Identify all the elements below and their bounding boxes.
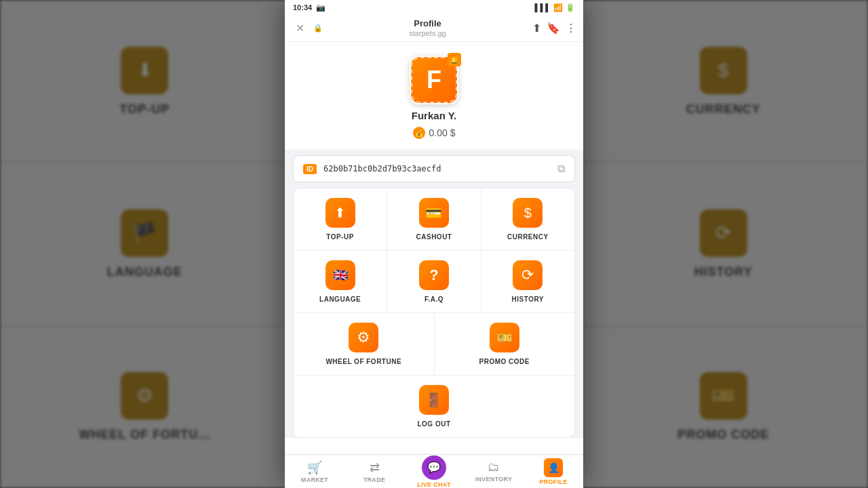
balance-currency: $ — [450, 127, 456, 138]
browser-actions: ⬆ 🔖 ⋮ — [532, 22, 576, 35]
bg-language-label: LANGUAGE — [107, 265, 182, 279]
time-display: 10:34 — [293, 3, 312, 12]
profile-content: F 🔔 Furkan Y. 💰 0.00 $ ID 62b0b71bc0b2d7… — [285, 42, 583, 488]
wheel-label: WHEEL OF FORTUNE — [326, 358, 401, 365]
wifi-icon: 📶 — [553, 3, 563, 12]
live-chat-icon: 💬 — [422, 455, 446, 480]
faq-icon: ? — [419, 260, 449, 290]
history-icon: ⟳ — [513, 260, 542, 290]
menu-item-cashout[interactable]: 💳 CASHOUT — [387, 188, 481, 250]
language-label: LANGUAGE — [319, 296, 361, 303]
bg-wheel-icon: ⚙ — [121, 372, 168, 420]
bg-cell-currency: $ CURRENCY — [578, 0, 868, 163]
bookmark-button[interactable]: 🔖 — [547, 22, 560, 35]
bg-cell-history: ⟳ HISTORY — [578, 163, 868, 325]
history-label: HISTORY — [512, 296, 544, 303]
menu-row-4: 🚪 LOG OUT — [294, 375, 574, 437]
bg-cell-promo: 🎫 PROMO CODE — [578, 325, 868, 488]
currency-label: CURRENCY — [507, 233, 549, 241]
menu-item-topup[interactable]: ⬆ TOP-UP — [294, 188, 387, 250]
nav-market[interactable]: 🛒 MARKET — [285, 455, 344, 488]
browser-close-button[interactable]: ✕ — [292, 20, 308, 37]
share-button[interactable]: ⬆ — [532, 22, 541, 35]
avatar-container: F 🔔 — [410, 56, 458, 104]
bg-currency-icon: $ — [700, 47, 747, 94]
logout-label: LOG OUT — [417, 420, 450, 428]
bg-promo-label: PROMO CODE — [677, 428, 769, 442]
topup-label: TOP-UP — [326, 233, 354, 241]
browser-title: Profile — [328, 18, 527, 28]
menu-grid: ⬆ TOP-UP 💳 CASHOUT $ CURRENCY 🇬🇧 LANGUAG… — [293, 188, 575, 438]
bottom-navigation: 🛒 MARKET ⇄ TRADE 💬 LIVE CHAT 🗂 INVENTORY… — [285, 454, 583, 488]
nav-live-chat[interactable]: 💬 LIVE CHAT — [404, 455, 464, 488]
bg-wheel-label: WHEEL OF FORTU... — [79, 428, 210, 442]
promo-icon: 🎫 — [490, 323, 519, 352]
battery-icon: 🔋 — [566, 3, 575, 12]
profile-nav-label: PROFILE — [539, 479, 567, 485]
id-badge: ID — [303, 164, 317, 174]
language-icon: 🇬🇧 — [326, 260, 355, 290]
menu-item-language[interactable]: 🇬🇧 LANGUAGE — [294, 251, 387, 312]
bg-topup-icon: ⬇ — [121, 47, 168, 94]
menu-row-2: 🇬🇧 LANGUAGE ? F.A.Q ⟳ HISTORY — [294, 251, 574, 313]
profile-nav-icon: 👤 — [544, 458, 563, 477]
bg-topup-label: TOP-UP — [119, 102, 170, 117]
user-id-text: 62b0b71bc0b2d7b93c3aecfd — [323, 164, 551, 174]
live-chat-label: LIVE CHAT — [417, 481, 451, 488]
browser-bar: ✕ 🔒 Profile starpets.gg ⬆ 🔖 ⋮ — [285, 15, 583, 42]
status-bar: 10:34 📷 ▌▌▌ 📶 🔋 — [285, 0, 583, 15]
topup-icon: ⬆ — [326, 198, 355, 228]
status-time: 10:34 📷 — [293, 3, 326, 12]
menu-row-1: ⬆ TOP-UP 💳 CASHOUT $ CURRENCY — [294, 188, 574, 251]
status-indicators: ▌▌▌ 📶 🔋 — [535, 3, 575, 12]
camera-icon: 📷 — [316, 3, 326, 12]
notification-badge: 🔔 — [448, 53, 461, 66]
menu-item-currency[interactable]: $ CURRENCY — [481, 188, 574, 250]
promo-label: PROMO CODE — [479, 358, 530, 365]
bg-history-label: HISTORY — [694, 265, 753, 279]
browser-url-display: Profile starpets.gg — [328, 18, 527, 38]
bg-cell-language: 🏴 LANGUAGE — [0, 163, 290, 325]
trade-label: TRADE — [363, 476, 386, 483]
nav-trade[interactable]: ⇄ TRADE — [344, 455, 404, 488]
menu-item-promo[interactable]: 🎫 PROMO CODE — [435, 313, 575, 375]
bg-language-icon: 🏴 — [121, 209, 168, 257]
currency-icon: $ — [513, 198, 542, 228]
menu-item-wheel[interactable]: ⚙ WHEEL OF FORTUNE — [294, 313, 435, 375]
cashout-icon: 💳 — [419, 198, 449, 228]
balance-icon: 💰 — [413, 127, 425, 139]
trade-icon: ⇄ — [370, 460, 380, 475]
nav-inventory[interactable]: 🗂 INVENTORY — [464, 455, 524, 488]
faq-label: F.A.Q — [425, 296, 443, 303]
bg-cell-topup: ⬇ TOP-UP — [0, 0, 290, 163]
profile-name: Furkan Y. — [412, 110, 456, 121]
nav-profile[interactable]: 👤 PROFILE — [524, 455, 583, 488]
logout-icon: 🚪 — [419, 385, 449, 415]
cashout-label: CASHOUT — [416, 233, 452, 241]
profile-modal: 10:34 📷 ▌▌▌ 📶 🔋 ✕ 🔒 Profile starpets.gg … — [285, 0, 583, 488]
copy-id-button[interactable]: ⧉ — [557, 163, 565, 175]
menu-item-faq[interactable]: ? F.A.Q — [387, 251, 481, 312]
lock-icon: 🔒 — [313, 24, 323, 33]
menu-row-3: ⚙ WHEEL OF FORTUNE 🎫 PROMO CODE — [294, 313, 574, 375]
signal-icon: ▌▌▌ — [535, 3, 551, 12]
profile-balance: 💰 0.00 $ — [413, 127, 456, 139]
menu-item-logout[interactable]: 🚪 LOG OUT — [387, 375, 481, 437]
balance-value: 0.00 — [429, 127, 448, 138]
browser-site: starpets.gg — [409, 29, 446, 37]
wheel-icon: ⚙ — [349, 323, 378, 352]
bg-currency-label: CURRENCY — [686, 102, 761, 117]
profile-header: F 🔔 Furkan Y. 💰 0.00 $ — [285, 42, 583, 150]
market-label: MARKET — [301, 476, 328, 483]
inventory-icon: 🗂 — [488, 460, 500, 474]
menu-item-history[interactable]: ⟳ HISTORY — [481, 251, 574, 312]
bg-history-icon: ⟳ — [700, 209, 747, 257]
user-id-bar: ID 62b0b71bc0b2d7b93c3aecfd ⧉ — [293, 155, 575, 182]
balance-amount: 0.00 $ — [429, 127, 456, 138]
bg-cell-wheel: ⚙ WHEEL OF FORTU... — [0, 325, 290, 488]
market-icon: 🛒 — [307, 460, 322, 475]
bg-promo-icon: 🎫 — [700, 372, 747, 420]
inventory-label: INVENTORY — [475, 476, 513, 483]
more-button[interactable]: ⋮ — [566, 22, 576, 35]
